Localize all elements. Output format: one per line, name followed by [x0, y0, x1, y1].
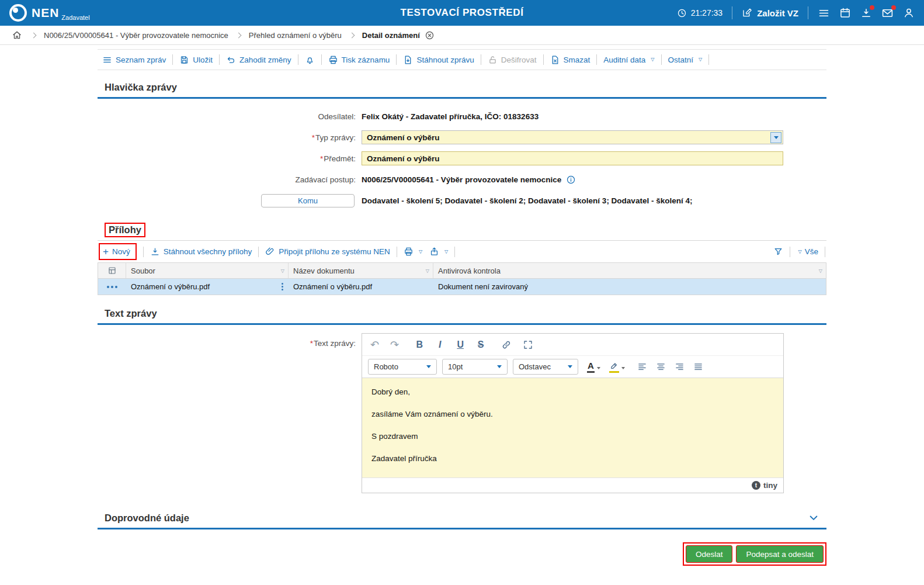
editor-content-area[interactable]: Dobrý den, zasíláme Vám oznámení o výběr…: [362, 378, 783, 477]
column-filter-icon[interactable]: ▽: [426, 268, 429, 274]
undo-icon: [226, 55, 236, 65]
toolbar-separator: [454, 247, 455, 257]
stahnout-vsechny-prilohy-button[interactable]: Stáhnout všechny přílohy: [150, 247, 252, 257]
info-button[interactable]: [566, 175, 576, 185]
font-family-select[interactable]: Roboto: [368, 359, 437, 375]
vse-filter-select[interactable]: ▽ Vše: [797, 247, 818, 256]
auditni-data-menu[interactable]: Auditní data▽: [603, 56, 654, 64]
filter-button[interactable]: [773, 247, 783, 257]
smazat-button[interactable]: Smazat: [550, 55, 590, 65]
footer-annotation-box: Odeslat Podepsat a odeslat: [683, 542, 826, 566]
strikethrough-button[interactable]: S: [476, 340, 485, 350]
field-label: Odesílatel:: [98, 112, 362, 121]
footer-actions: Odeslat Podepsat a odeslat: [98, 542, 826, 566]
header-divider: [732, 6, 732, 19]
notifications-button[interactable]: [305, 55, 315, 65]
pripojit-prilohu-button[interactable]: Připojit přílohu ze systému NEN: [265, 247, 390, 257]
block-format-select[interactable]: Odstavec: [513, 359, 578, 375]
export-attachments-menu[interactable]: ▽: [429, 247, 448, 257]
menu-button[interactable]: [818, 7, 830, 19]
underline-button[interactable]: U: [456, 340, 465, 350]
header-cell-soubor[interactable]: Soubor▽: [126, 263, 289, 278]
calendar-button[interactable]: [839, 7, 851, 19]
toolbar-separator: [143, 247, 144, 257]
section-hlavicka-zpravy: Hlavička zprávy Odesílatel: Felix Okátý …: [98, 78, 826, 216]
bold-button[interactable]: B: [415, 340, 424, 350]
close-tab-button[interactable]: [425, 30, 435, 40]
editor-status-bar: t tiny: [362, 477, 783, 493]
info-icon: [566, 175, 576, 185]
predmet-value: Oznámení o výběru: [367, 154, 440, 163]
messages-button[interactable]: [881, 7, 894, 19]
home-button[interactable]: [12, 30, 22, 40]
dropdown-triangle-icon: ▽: [651, 57, 654, 62]
stahnout-zpravu-button[interactable]: Stáhnout zprávu: [403, 55, 474, 65]
font-size-select[interactable]: 10pt: [442, 359, 508, 375]
align-justify-icon[interactable]: [693, 362, 703, 372]
toolbar-separator: [321, 54, 322, 65]
header-cell-antivir[interactable]: Antivirová kontrola▽: [433, 263, 826, 278]
downloads-button[interactable]: [860, 7, 872, 19]
column-filter-icon[interactable]: ▽: [819, 268, 822, 274]
breadcrumb-item-overview[interactable]: Přehled oznámení o výběru: [249, 31, 342, 40]
novy-annotation-box: + Nový: [99, 243, 137, 260]
editor-redo-button[interactable]: ↷: [390, 340, 399, 350]
editor-toolbar-row2: Roboto 10pt Odstavec A: [362, 355, 783, 378]
column-filter-icon[interactable]: ▽: [281, 268, 284, 274]
field-label: Zadávací postup:: [98, 175, 362, 184]
dropdown-triangle-icon: ▽: [699, 57, 702, 62]
odeslat-button[interactable]: Odeslat: [686, 545, 733, 563]
highlight-color-button[interactable]: [609, 361, 625, 373]
toolbar-separator: [172, 54, 173, 65]
ostatni-menu[interactable]: Ostatní▽: [668, 56, 703, 64]
editor-undo-button[interactable]: ↶: [370, 340, 379, 350]
cell-soubor: Oznámení o výběru.pdf: [126, 279, 289, 295]
printer-icon: [404, 247, 414, 257]
attachment-row-selected[interactable]: Oznámení o výběru.pdf Oznámení o výběru.…: [98, 279, 826, 295]
field-label: Text zprávy:: [314, 339, 356, 348]
row-menu-button[interactable]: [98, 279, 126, 295]
komu-button[interactable]: Komu: [261, 194, 355, 207]
toolbar-separator: [708, 54, 709, 65]
zahodit-zmeny-button[interactable]: Zahodit změny: [226, 55, 291, 65]
tiny-logo-text: tiny: [763, 481, 777, 490]
attachments-table: Soubor▽ Název dokumentu▽ Antivirová kont…: [98, 262, 826, 295]
expand-section-button[interactable]: [808, 512, 819, 524]
paperclip-icon: [265, 247, 275, 257]
align-center-icon[interactable]: [656, 362, 666, 372]
align-right-icon[interactable]: [675, 362, 685, 372]
align-left-icon[interactable]: [637, 362, 647, 372]
toolbar-separator: [661, 54, 662, 65]
profile-button[interactable]: [903, 7, 915, 19]
seznam-zprav-button[interactable]: Seznam zpráv: [102, 55, 166, 65]
header-cell-nazev[interactable]: Název dokumentu▽: [289, 263, 433, 278]
select-dropdown-button[interactable]: [770, 132, 781, 143]
print-attachments-menu[interactable]: ▽: [404, 247, 422, 257]
novy-button[interactable]: + Nový: [103, 247, 130, 257]
breadcrumb-item-procedure[interactable]: N006/25/V00005641 - Výběr provozovatele …: [44, 31, 228, 40]
toolbar-separator: [219, 54, 220, 65]
text-color-button[interactable]: A: [587, 361, 600, 372]
toolbar-separator: [298, 54, 298, 65]
home-icon: [12, 30, 22, 40]
chevron-down-icon: [497, 365, 502, 368]
attachments-table-header: Soubor▽ Název dokumentu▽ Antivirová kont…: [98, 263, 826, 279]
tisk-zaznamu-button[interactable]: Tisk záznamu: [328, 55, 390, 65]
ulozit-button[interactable]: Uložit: [179, 55, 213, 65]
insert-link-button[interactable]: [501, 340, 512, 350]
section-title: Doprovodné údaje: [105, 513, 189, 524]
attachments-toolbar: + Nový Stáhnout všechny přílohy Připojit…: [98, 241, 826, 262]
column-resize-handle[interactable]: [282, 283, 284, 290]
podepsat-a-odeslat-button[interactable]: Podepsat a odeslat: [736, 545, 824, 563]
nen-logo-icon[interactable]: [9, 4, 27, 22]
typ-zpravy-select[interactable]: Oznámení o výběru: [362, 130, 783, 144]
section-doprovodne-udaje: Doprovodné údaje: [98, 508, 826, 529]
typ-zpravy-value: Oznámení o výběru: [367, 133, 770, 142]
chevron-down-icon: [597, 367, 600, 369]
italic-button[interactable]: I: [435, 340, 444, 350]
text-color-letter: A: [587, 361, 595, 372]
cell-nazev: Oznámení o výběru.pdf: [289, 279, 433, 295]
zalozit-vz-button[interactable]: Založit VZ: [742, 8, 798, 18]
predmet-input[interactable]: Oznámení o výběru: [362, 151, 783, 165]
fullscreen-button[interactable]: [523, 340, 533, 350]
